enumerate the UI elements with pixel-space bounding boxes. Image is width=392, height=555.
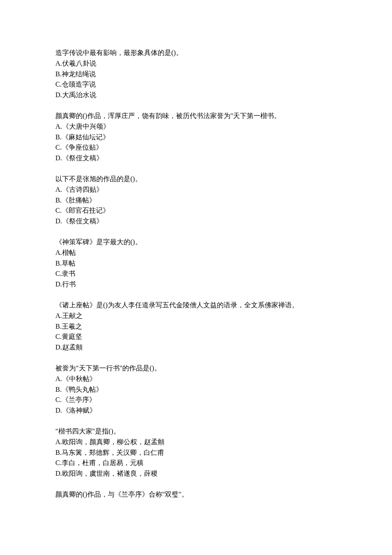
question-stem: 颜真卿的()作品，与《兰亭序》合称"双璧"。 [55, 489, 337, 500]
question-1: 造字传说中最有影响，最形象具体的是()。 A.伏羲八卦说 B.神龙结绳说 C.仓… [55, 48, 337, 101]
question-6: 被誉为"天下第一行书"的作品是()。 A.《中秋帖》 B.《鸭头丸帖》 C.《兰… [55, 363, 337, 416]
question-option: B.马东篱，郑德辉，关汉卿，白仁甫 [55, 448, 337, 458]
question-stem: 造字传说中最有影响，最形象具体的是()。 [55, 48, 337, 58]
question-option: C.《郎官石拄记》 [55, 205, 337, 216]
question-option: D.欧阳询，虞世南，褚遂良，薛稷 [55, 468, 337, 479]
question-option: C.黄庭坚 [55, 332, 337, 342]
question-5: 《诸上座帖》是()为友人李任道录写五代金陵僧人文益的语录，全文系佛家禅语。 A.… [55, 300, 337, 353]
question-option: C.隶书 [55, 269, 337, 279]
document-page: 造字传说中最有影响，最形象具体的是()。 A.伏羲八卦说 B.神龙结绳说 C.仓… [0, 0, 392, 555]
question-option: D.《祭侄文稿》 [55, 216, 337, 227]
question-3: 以下不是张旭的作品的是()。 A.《古诗四贴》 B.《肚痛帖》 C.《郎官石拄记… [55, 174, 337, 227]
question-option: C.《兰亭序》 [55, 395, 337, 405]
question-4: 《神策军碑》是字最大的()。 A.楷帖 B.草帖 C.隶书 D.行书 [55, 237, 337, 290]
question-option: C.仓颉造字说 [55, 79, 337, 90]
question-option: A.欧阳询，颜真卿，柳公权，赵孟頫 [55, 437, 337, 448]
question-option: B.《麻姑仙坛记》 [55, 132, 337, 143]
question-option: A.楷帖 [55, 248, 337, 258]
question-option: B.《肚痛帖》 [55, 195, 337, 206]
question-option: A.伏羲八卦说 [55, 58, 337, 69]
question-8: 颜真卿的()作品，与《兰亭序》合称"双璧"。 [55, 489, 337, 500]
question-stem: 以下不是张旭的作品的是()。 [55, 174, 337, 185]
question-7: "楷书四大家"是指()。 A.欧阳询，颜真卿，柳公权，赵孟頫 B.马东篱，郑德辉… [55, 426, 337, 479]
question-2: 颜真卿的()作品，浑厚庄严，饶有韵味，被历代书法家誉为"天下第一楷书。 A.《大… [55, 111, 337, 164]
question-stem: 《诸上座帖》是()为友人李任道录写五代金陵僧人文益的语录，全文系佛家禅语。 [55, 300, 337, 311]
question-option: C.《争座位贴》 [55, 142, 337, 153]
question-option: A.《古诗四贴》 [55, 185, 337, 195]
question-option: A.《中秋帖》 [55, 374, 337, 384]
question-option: B.神龙结绳说 [55, 69, 337, 80]
question-option: B.草帖 [55, 258, 337, 269]
question-option: D.行书 [55, 279, 337, 290]
question-option: D.《洛神赋》 [55, 405, 337, 416]
question-stem: 被誉为"天下第一行书"的作品是()。 [55, 363, 337, 374]
question-stem: 颜真卿的()作品，浑厚庄严，饶有韵味，被历代书法家誉为"天下第一楷书。 [55, 111, 337, 121]
question-option: A.王献之 [55, 311, 337, 321]
question-option: B.王羲之 [55, 321, 337, 332]
question-option: A.《大唐中兴颂》 [55, 121, 337, 132]
question-option: C.李白，杜甫，白居易，元稹 [55, 458, 337, 468]
question-stem: "楷书四大家"是指()。 [55, 426, 337, 437]
question-stem: 《神策军碑》是字最大的()。 [55, 237, 337, 248]
question-option: D.大禹治水说 [55, 90, 337, 101]
question-option: D.《祭侄文稿》 [55, 153, 337, 164]
question-option: D.赵孟頫 [55, 342, 337, 353]
question-option: B.《鸭头丸帖》 [55, 384, 337, 395]
